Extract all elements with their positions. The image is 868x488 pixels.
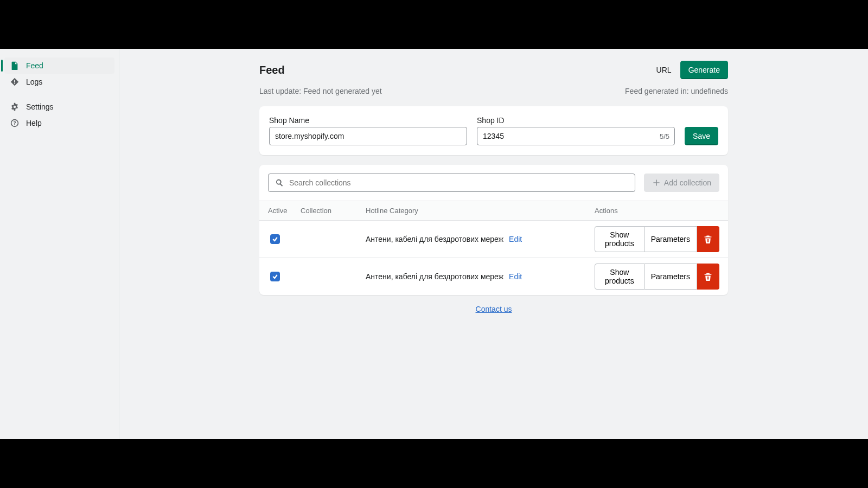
sidebar-item-feed[interactable]: Feed	[4, 57, 114, 74]
active-checkbox[interactable]	[270, 234, 280, 244]
save-button[interactable]: Save	[685, 127, 718, 145]
shop-id-label: Shop ID	[477, 116, 675, 125]
table-row: Антени, кабелі для бездротових мереж Edi…	[259, 258, 728, 295]
gear-icon	[10, 102, 20, 112]
collections-card: Add collection Active Collection Hotline…	[259, 165, 728, 295]
parameters-button[interactable]: Parameters	[644, 264, 697, 290]
edit-link[interactable]: Edit	[509, 235, 522, 243]
shop-card: Shop Name Shop ID 5/5 Save	[259, 106, 728, 155]
sidebar-item-settings[interactable]: Settings	[4, 99, 114, 115]
shop-id-counter: 5/5	[660, 132, 669, 140]
add-collection-label: Add collection	[664, 178, 711, 187]
col-category: Hotline Category	[366, 207, 595, 215]
show-products-button[interactable]: Show products	[595, 226, 644, 252]
shop-name-label: Shop Name	[269, 116, 467, 125]
col-collection: Collection	[301, 207, 366, 215]
generate-button[interactable]: Generate	[680, 61, 728, 79]
sidebar-item-logs[interactable]: Logs	[4, 74, 114, 90]
category-text: Антени, кабелі для бездротових мереж	[366, 235, 503, 243]
col-active: Active	[268, 207, 301, 215]
search-input[interactable]	[268, 174, 635, 192]
shop-name-input[interactable]	[269, 127, 467, 145]
footer: Contact us	[259, 305, 728, 313]
file-icon	[10, 61, 20, 70]
url-link[interactable]: URL	[656, 66, 672, 74]
trash-icon	[704, 272, 712, 281]
alert-icon	[10, 77, 20, 87]
table-row: Антени, кабелі для бездротових мереж Edi…	[259, 221, 728, 258]
plus-icon	[652, 178, 661, 187]
col-actions: Actions	[595, 207, 719, 215]
sidebar-item-label: Settings	[26, 102, 54, 111]
generated-in-text: Feed generated in: undefineds	[625, 87, 728, 95]
last-update-text: Last update: Feed not generated yet	[259, 87, 382, 95]
sidebar-item-label: Help	[26, 119, 42, 127]
show-products-button[interactable]: Show products	[595, 264, 644, 290]
status-row: Last update: Feed not generated yet Feed…	[259, 87, 728, 95]
delete-button[interactable]	[697, 264, 719, 290]
sidebar-item-label: Logs	[26, 78, 42, 86]
delete-button[interactable]	[697, 226, 719, 252]
sidebar: Feed Logs Settings Help	[0, 49, 119, 439]
edit-link[interactable]: Edit	[509, 272, 522, 281]
help-icon	[10, 118, 20, 128]
trash-icon	[704, 235, 712, 243]
sidebar-item-help[interactable]: Help	[4, 115, 114, 131]
add-collection-button[interactable]: Add collection	[644, 174, 719, 192]
shop-id-input[interactable]	[477, 127, 675, 145]
page-header: Feed URL Generate	[259, 61, 728, 79]
sidebar-item-label: Feed	[26, 61, 43, 70]
page-title: Feed	[259, 64, 285, 76]
active-checkbox[interactable]	[270, 272, 280, 281]
check-icon	[272, 236, 278, 242]
main: Feed URL Generate Last update: Feed not …	[119, 49, 868, 439]
contact-us-link[interactable]: Contact us	[476, 305, 512, 313]
parameters-button[interactable]: Parameters	[644, 226, 697, 252]
category-text: Антени, кабелі для бездротових мереж	[366, 272, 503, 281]
table-header: Active Collection Hotline Category Actio…	[259, 201, 728, 221]
app-root: Feed Logs Settings Help Feed URL	[0, 49, 868, 439]
check-icon	[272, 273, 278, 280]
search-icon	[275, 178, 284, 188]
